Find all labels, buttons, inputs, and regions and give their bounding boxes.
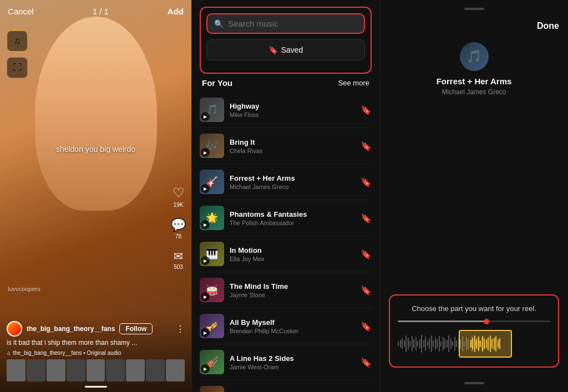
for-you-title: For You [202, 78, 232, 88]
music-info: Forrest + Her Arms Michael James Greco [230, 174, 355, 190]
list-item[interactable]: 🌟 ▶ Phantoms & Fantasies The Polish Amba… [200, 200, 372, 236]
music-info: Bring It Chela Rivas [230, 138, 355, 154]
video-right-icons: ♡ 19K 💬 78 ✉ 503 [171, 185, 186, 270]
video-caption: is it bad that i ship them more than sha… [7, 339, 185, 347]
music-artist: Jamie West-Oram [230, 364, 355, 370]
play-icon: ▶ [201, 148, 210, 157]
play-icon: ▶ [201, 364, 210, 373]
bookmark-icon[interactable]: 🔖 [361, 357, 372, 368]
list-item[interactable]: 🎺 ▶ All By Myself Brendan Philip McCuske… [200, 308, 372, 344]
list-item[interactable]: 🎹 ▶ In Motion Ella Joy Meir 🔖 [200, 236, 372, 272]
trim-top-bar: Done [389, 21, 559, 31]
music-title: Bring It [230, 138, 355, 146]
music-thumb: 🎹 ▶ [200, 242, 224, 266]
video-top-bar: Cancel 1 / 1 Add [0, 0, 191, 23]
trim-bottom-handle [464, 382, 484, 384]
music-icon-box[interactable]: ♫ [7, 30, 28, 52]
filmstrip-thumb [166, 359, 185, 381]
video-panel: Cancel 1 / 1 Add ♫ ⛶ sheldon you big wei… [0, 0, 191, 392]
video-audio-row: ♫ the_big_bang_theory__fans • Original a… [7, 350, 185, 356]
list-item[interactable]: 🎻 ▶ A Line Has 2 Sides Jamie West-Oram 🔖 [200, 344, 372, 380]
filmstrip-thumb [67, 359, 85, 381]
music-search-box[interactable]: 🔍 [206, 13, 365, 34]
music-title: Phantoms & Fantasies [230, 210, 355, 218]
music-artist: Brendan Philip McCusker [230, 328, 355, 334]
music-top-section: 🔍 🔖 Saved For You See more [192, 0, 379, 92]
audio-label: the_big_bang_theory__fans • Original aud… [13, 350, 121, 356]
fullscreen-icon-box[interactable]: ⛶ [7, 57, 28, 78]
video-overlay-text: sheldon you big weirdo [56, 145, 135, 154]
avatar [7, 321, 22, 337]
share-count: 503 [174, 264, 183, 270]
bookmark-icon[interactable]: 🔖 [361, 249, 372, 259]
list-item[interactable]: 🥁 ▶ The Mind Is Time Jayme Stone 🔖 [200, 272, 372, 308]
cancel-button[interactable]: Cancel [8, 7, 34, 16]
bookmark-icon[interactable]: 🔖 [361, 177, 372, 187]
trim-panel: Done 🎵 Forrest + Her Arms Michael James … [380, 0, 568, 392]
album-art: 🎵 [460, 42, 489, 71]
play-icon: ▶ [201, 256, 210, 265]
trim-song-title: Forrest + Her Arms [437, 77, 512, 86]
video-bottom: the_big_bang_theory__fans Follow ⋮ is it… [0, 317, 191, 392]
filmstrip-thumb [7, 359, 26, 381]
music-title: All By Myself [230, 318, 355, 327]
bookmark-icon[interactable]: 🔖 [361, 105, 372, 115]
album-art-icon: 🎵 [466, 49, 481, 64]
comment-icon: 💬 [171, 218, 186, 232]
filmstrip-thumb [146, 359, 165, 381]
share-button[interactable]: ✉ 503 [174, 250, 183, 270]
video-subject [35, 17, 157, 211]
search-input[interactable] [228, 19, 357, 28]
bottom-handle [85, 386, 107, 388]
list-item[interactable]: 🎵 ▶ Highway Mike Floss 🔖 [200, 92, 372, 128]
music-artist: Ella Joy Meir [230, 256, 355, 262]
bookmark-icon[interactable]: 🔖 [361, 141, 372, 151]
music-info: Highway Mike Floss [230, 102, 355, 118]
video-username-label: the_big_bang_theory__fans [27, 325, 115, 333]
music-info: Phantoms & Fantasies The Polish Ambassad… [230, 210, 355, 226]
music-info: Pickin' Lickin' (feat. Ramón Stagnaro) K… [230, 390, 355, 393]
music-title: A Line Has 2 Sides [230, 354, 355, 363]
add-button[interactable]: Add [168, 7, 184, 16]
music-info: A Line Has 2 Sides Jamie West-Oram [230, 354, 355, 370]
music-note-icon: ♫ [14, 36, 21, 46]
bookmark-icon[interactable]: 🔖 [361, 213, 372, 223]
comment-count: 78 [175, 233, 181, 240]
list-item[interactable]: 🎤 ▶ Pickin' Lickin' (feat. Ramón Stagnar… [200, 380, 372, 392]
list-item[interactable]: 🎸 ▶ Forrest + Her Arms Michael James Gre… [200, 164, 372, 200]
send-icon: ✉ [174, 250, 183, 263]
bookmark-icon[interactable]: 🔖 [361, 285, 372, 296]
music-title: Highway [230, 102, 355, 110]
waveform-selection[interactable] [459, 330, 512, 358]
music-thumb: 🎵 ▶ [200, 98, 224, 122]
comment-button[interactable]: 💬 78 [171, 218, 186, 240]
music-artist: The Polish Ambassador [230, 220, 355, 226]
trim-progress-dot [484, 319, 489, 324]
music-thumb: 🎻 ▶ [200, 350, 224, 374]
list-item[interactable]: 🎶 ▶ Bring It Chela Rivas 🔖 [200, 128, 372, 164]
trim-choose-box: Choose the part you want for your reel. [389, 294, 559, 368]
music-artist: Chela Rivas [230, 147, 355, 154]
expand-icon: ⛶ [13, 63, 22, 73]
trim-progress-bar[interactable] [398, 320, 550, 322]
done-button[interactable]: Done [537, 21, 559, 31]
trim-choose-text: Choose the part you want for your reel. [398, 304, 550, 313]
see-more-button[interactable]: See more [338, 79, 369, 87]
music-list: 🎵 ▶ Highway Mike Floss 🔖 🎶 ▶ Bring It Ch… [192, 92, 379, 392]
music-title: Forrest + Her Arms [230, 174, 355, 182]
more-options-icon[interactable]: ⋮ [176, 324, 185, 334]
filmstrip-thumb [106, 359, 125, 381]
music-artist: Mike Floss [230, 111, 355, 118]
music-panel: 🔍 🔖 Saved For You See more 🎵 ▶ Highway M… [191, 0, 380, 392]
trim-waveform[interactable] [398, 330, 550, 358]
saved-button[interactable]: 🔖 Saved [206, 39, 365, 60]
follow-button[interactable]: Follow [119, 323, 153, 334]
bookmark-icon[interactable]: 🔖 [361, 321, 372, 332]
like-button[interactable]: ♡ 19K [173, 185, 185, 208]
heart-icon: ♡ [173, 185, 185, 201]
music-section-header: For You See more [200, 78, 372, 92]
search-icon: 🔍 [214, 19, 224, 28]
search-section-border: 🔍 🔖 Saved [200, 7, 372, 74]
play-icon: ▶ [201, 328, 210, 337]
music-thumb: 🎶 ▶ [200, 134, 224, 158]
